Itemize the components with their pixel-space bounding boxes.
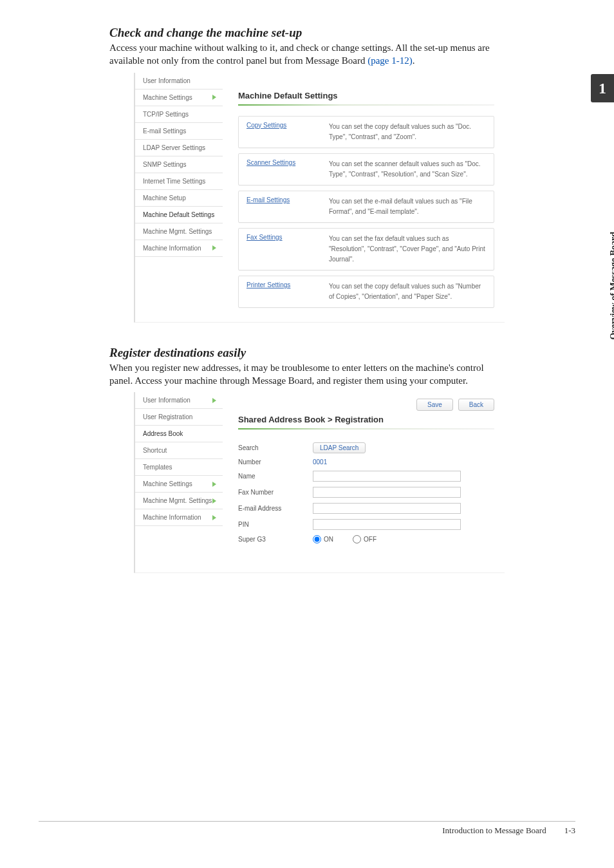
sidebar-item[interactable]: LDAP Server Settings <box>135 140 223 156</box>
footer-page: 1-3 <box>564 826 575 836</box>
fax-input[interactable] <box>313 487 461 498</box>
settings-card: Copy Settings You can set the copy defau… <box>238 116 494 148</box>
sidebar-item[interactable]: Internet Time Settings <box>135 173 223 190</box>
sidebar-item[interactable]: User Information <box>135 392 223 409</box>
section2-body: When you register new addresses, it may … <box>109 361 505 388</box>
sidebar-item[interactable]: Machine Mgmt. Settings <box>135 223 223 240</box>
sidebar-item[interactable]: Machine Setup <box>135 190 223 207</box>
radio-label: ON <box>324 536 333 543</box>
sidebar-item-label: TCP/IP Settings <box>143 111 189 118</box>
scanner-settings-link[interactable]: Scanner Settings <box>247 159 311 166</box>
divider <box>238 428 494 429</box>
search-label: Search <box>238 444 302 451</box>
section1-body: Access your machine without walking to i… <box>109 41 505 68</box>
sidebar-item[interactable]: Machine Mgmt. Settings <box>135 493 223 509</box>
sidebar-item-label: User Registration <box>143 413 192 420</box>
sidebar-item-label: Machine Default Settings <box>143 211 214 218</box>
sidebar-item-label: User Information <box>143 77 191 84</box>
card-desc: You can set the fax default values such … <box>329 234 486 265</box>
ldap-search-button[interactable]: LDAP Search <box>313 442 366 453</box>
sidebar-item-label: Machine Settings <box>143 94 192 101</box>
name-input[interactable] <box>313 471 461 482</box>
sidebar-item[interactable]: Templates <box>135 459 223 476</box>
email-input[interactable] <box>313 503 461 514</box>
triangle-icon <box>212 95 216 100</box>
sidebar-item-label: LDAP Server Settings <box>143 144 205 151</box>
sidebar-item[interactable]: User Registration <box>135 409 223 426</box>
screenshot-address-book: User Information User Registration Addre… <box>134 392 505 573</box>
sidebar-item[interactable]: Machine Default Settings <box>135 207 223 223</box>
card-desc: You can set the copy default values such… <box>329 122 486 142</box>
section1-title: Check and change the machine set-up <box>109 26 575 40</box>
triangle-icon <box>212 498 216 504</box>
radio-input[interactable] <box>313 535 321 543</box>
sidebar-item[interactable]: User Information <box>135 73 223 90</box>
superg3-label: Super G3 <box>238 536 302 543</box>
side-label: Overview of Message Board <box>609 232 614 340</box>
sidebar-item[interactable]: Address Book <box>135 426 223 442</box>
radio-label: OFF <box>364 536 377 543</box>
card-desc: You can set the copy default values such… <box>329 281 486 302</box>
superg3-off-radio[interactable]: OFF <box>353 535 377 543</box>
triangle-icon <box>212 398 216 403</box>
triangle-icon <box>212 482 216 487</box>
footer-text: Introduction to Message Board <box>442 826 546 836</box>
sidebar-item-label: Internet Time Settings <box>143 178 205 185</box>
sidebar-item-label: Machine Mgmt. Settings <box>143 228 212 235</box>
sidebar-item-label: Shortcut <box>143 447 167 454</box>
sidebar-item[interactable]: TCP/IP Settings <box>135 106 223 123</box>
settings-card: Printer Settings You can set the copy de… <box>238 276 494 308</box>
panel-heading: Machine Default Settings <box>238 91 494 100</box>
triangle-icon <box>212 515 216 520</box>
sidebar-item-label: Templates <box>143 464 172 471</box>
sidebar-item-label: Machine Setup <box>143 194 186 202</box>
sidebar-item[interactable]: Machine Settings <box>135 476 223 493</box>
sidebar-item[interactable]: Machine Information <box>135 240 223 257</box>
email-settings-link[interactable]: E-mail Settings <box>247 196 311 203</box>
printer-settings-link[interactable]: Printer Settings <box>247 281 311 288</box>
superg3-on-radio[interactable]: ON <box>313 535 333 543</box>
page-link[interactable]: (page 1-12) <box>367 55 413 66</box>
pin-input[interactable] <box>313 519 461 530</box>
chapter-tab: 1 <box>591 74 614 102</box>
card-desc: You can set the scanner default values s… <box>329 159 486 180</box>
sidebar-item-label: User Information <box>143 397 191 404</box>
fax-settings-link[interactable]: Fax Settings <box>247 234 311 241</box>
section1-body-a: Access your machine without walking to i… <box>109 42 490 66</box>
section1-body-b: . <box>413 55 415 66</box>
name-label: Name <box>238 473 302 480</box>
sidebar-item[interactable]: SNMP Settings <box>135 156 223 173</box>
sidebar-item[interactable]: Machine Settings <box>135 90 223 106</box>
sidebar-item[interactable]: Machine Information <box>135 509 223 526</box>
sidebar-item-label: Machine Information <box>143 514 201 521</box>
divider <box>238 104 494 106</box>
save-button[interactable]: Save <box>416 399 453 411</box>
sidebar-item-label: Address Book <box>143 430 183 437</box>
radio-input[interactable] <box>353 535 361 543</box>
footer: Introduction to Message Board 1-3 <box>39 821 575 836</box>
section2-title: Register destinations easily <box>109 346 575 360</box>
sidebar-item[interactable]: Shortcut <box>135 442 223 459</box>
screenshot-machine-default: User Information Machine Settings TCP/IP… <box>134 73 505 323</box>
number-label: Number <box>238 458 302 466</box>
sidebar-item-label: Machine Mgmt. Settings <box>143 497 212 504</box>
settings-card: Scanner Settings You can set the scanner… <box>238 153 494 185</box>
fax-label: Fax Number <box>238 489 302 496</box>
number-value: 0001 <box>313 458 327 466</box>
email-label: E-mail Address <box>238 505 302 512</box>
card-desc: You can set the e-mail default values su… <box>329 196 486 217</box>
pin-label: PIN <box>238 521 302 528</box>
settings-card: Fax Settings You can set the fax default… <box>238 228 494 270</box>
sidebar-item-label: E-mail Settings <box>143 127 186 135</box>
copy-settings-link[interactable]: Copy Settings <box>247 122 311 129</box>
back-button[interactable]: Back <box>458 399 494 411</box>
panel-heading: Shared Address Book > Registration <box>238 415 494 424</box>
sidebar-item-label: SNMP Settings <box>143 161 187 168</box>
settings-card: E-mail Settings You can set the e-mail d… <box>238 191 494 223</box>
sidebar-item[interactable]: E-mail Settings <box>135 123 223 140</box>
triangle-icon <box>212 245 216 250</box>
sidebar-item-label: Machine Settings <box>143 480 192 487</box>
sidebar-item-label: Machine Information <box>143 245 201 252</box>
chapter-number: 1 <box>599 80 606 97</box>
